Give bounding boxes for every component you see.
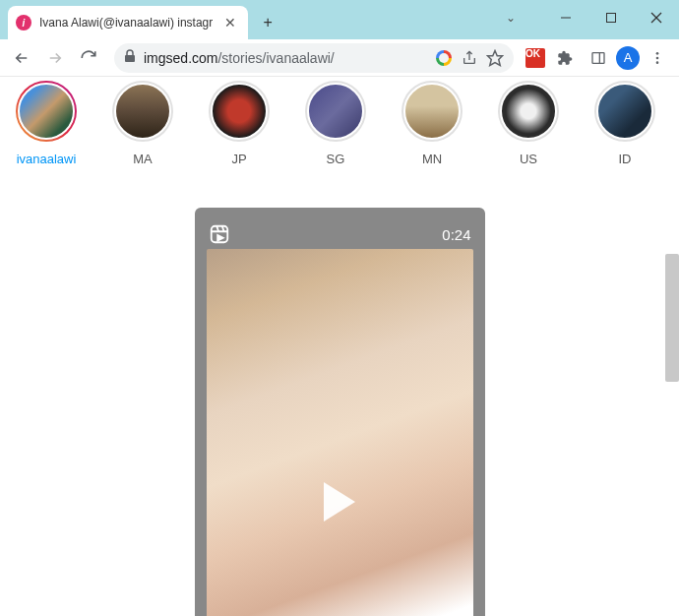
reload-button[interactable] [73, 42, 104, 74]
window-titlebar: i Ivana Alawi(@ivanaalawi) instagr ✕ + ⌄ [0, 0, 679, 39]
story-avatar [114, 83, 171, 140]
story-item-sg[interactable]: SG [301, 81, 370, 166]
bookmark-star-icon[interactable] [486, 49, 504, 67]
story-item-us[interactable]: US [494, 81, 563, 166]
story-avatar [18, 83, 75, 140]
svg-rect-4 [125, 55, 135, 62]
stories-row: ivanaalawi MA JP SG MN US ID [0, 77, 679, 178]
story-item-ma[interactable]: MA [108, 81, 177, 166]
scrollbar-thumb[interactable] [665, 254, 679, 382]
page-content: ivanaalawi MA JP SG MN US ID [0, 77, 679, 616]
forward-button[interactable] [39, 42, 71, 74]
chevron-down-icon[interactable]: ⌄ [488, 0, 533, 35]
address-bar[interactable]: imgsed.com/stories/ivanaalawi/ [114, 43, 514, 73]
story-label: US [520, 152, 537, 166]
svg-marker-15 [217, 235, 223, 241]
svg-rect-1 [607, 14, 616, 23]
story-avatar [596, 83, 653, 140]
back-button[interactable] [6, 42, 37, 74]
story-label: SG [327, 152, 345, 166]
story-label: MN [422, 152, 442, 166]
story-avatar [403, 83, 461, 140]
reel-duration: 0:24 [442, 226, 470, 243]
menu-dots-icon[interactable] [642, 42, 673, 74]
browser-tab[interactable]: i Ivana Alawi(@ivanaalawi) instagr ✕ [8, 6, 248, 39]
story-item-mn[interactable]: MN [398, 81, 466, 166]
story-label: ivanaalawi [17, 152, 77, 166]
maximize-button[interactable] [588, 0, 634, 35]
reel-media [207, 249, 473, 616]
tab-favicon: i [16, 15, 31, 31]
story-avatar [500, 83, 557, 140]
close-window-button[interactable] [634, 0, 679, 35]
google-search-icon[interactable] [435, 49, 453, 67]
side-panel-icon[interactable] [583, 42, 614, 74]
browser-toolbar: imgsed.com/stories/ivanaalawi/ OK A [0, 39, 679, 77]
svg-point-9 [656, 56, 659, 59]
svg-rect-6 [592, 52, 604, 63]
story-avatar [307, 83, 364, 140]
profile-avatar[interactable]: A [616, 46, 640, 70]
svg-point-10 [656, 61, 659, 64]
lock-icon [124, 49, 136, 66]
play-icon[interactable] [324, 482, 355, 522]
svg-point-8 [656, 52, 659, 55]
story-label: JP [231, 152, 246, 166]
story-label: MA [133, 152, 153, 166]
story-avatar [211, 83, 268, 140]
story-viewer[interactable]: 0:24 [195, 208, 485, 616]
tab-title: Ivana Alawi(@ivanaalawi) instagr [39, 16, 213, 30]
extension-redbox-icon[interactable]: OK [524, 46, 547, 70]
story-item-jp[interactable]: JP [205, 81, 274, 166]
reels-icon [209, 223, 230, 245]
story-label: ID [619, 152, 632, 166]
new-tab-button[interactable]: + [254, 9, 281, 36]
svg-marker-5 [488, 50, 503, 65]
story-item-ivanaalawi[interactable]: ivanaalawi [12, 81, 81, 166]
close-tab-icon[interactable]: ✕ [220, 15, 240, 31]
story-item-id[interactable]: ID [590, 81, 659, 166]
minimize-button[interactable] [543, 0, 588, 35]
extensions-puzzle-icon[interactable] [549, 42, 581, 74]
share-icon[interactable] [461, 49, 478, 67]
url-text: imgsed.com/stories/ivanaalawi/ [144, 50, 427, 66]
